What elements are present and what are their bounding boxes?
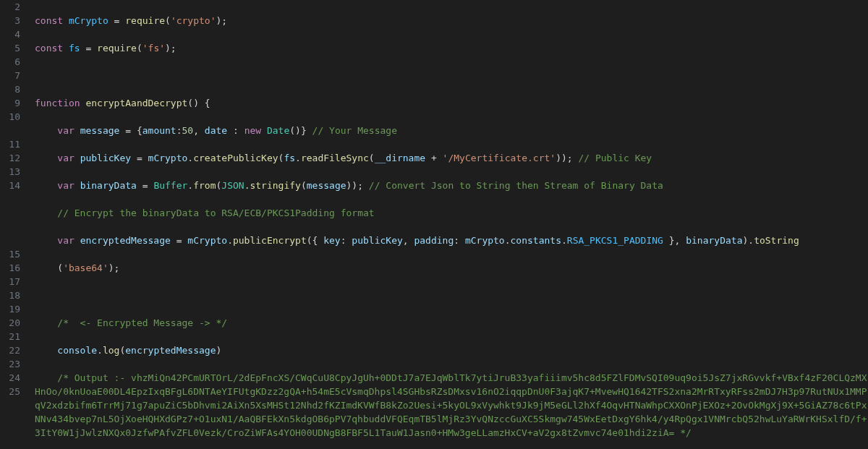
line-number: 9 [0,96,20,110]
line-number: 20 [0,316,20,330]
line-number: 24 [0,371,20,385]
line-number: 21 [0,330,20,343]
line-number-gutter: 2345678910111213141516171819202122232425 [0,0,27,449]
code-line: /* Output :- vhzMiQn42PCmURTOrL/2dEpFncX… [35,371,868,440]
line-number: 12 [0,151,20,165]
line-number: 17 [0,275,20,288]
code-line: var encryptedMessage = mCrypto.publicEnc… [35,234,868,247]
code-line [35,288,868,302]
line-number: 23 [0,357,20,371]
line-number: 22 [0,343,20,357]
line-number: 11 [0,137,20,151]
line-number [0,206,20,220]
line-number: 18 [0,288,20,302]
code-line: var binaryData = Buffer.from(JSON.string… [35,179,868,192]
line-number: 14 [0,179,20,192]
line-number: 19 [0,302,20,316]
code-line: // Encrypt the binaryData to RSA/ECB/PKC… [35,206,868,220]
code-line: function encryptAandDecrypt() { [35,96,868,110]
code-line: ('base64'); [35,261,868,275]
line-number [0,124,20,137]
code-line: const fs = require('fs'); [35,41,868,55]
code-area[interactable]: const mCrypto = require('crypto'); const… [27,0,868,449]
line-number [0,192,20,206]
line-number [0,220,20,234]
line-number: 6 [0,55,20,69]
code-line: console.log(encryptedMessage) [35,343,868,357]
line-number: 8 [0,82,20,96]
line-number: 7 [0,69,20,82]
line-number: 25 [0,385,20,398]
line-number: 4 [0,27,20,41]
line-number: 5 [0,41,20,55]
code-line [35,69,868,82]
code-line: var message = {amount:50, date : new Dat… [35,124,868,137]
line-number: 16 [0,261,20,275]
line-number: 10 [0,110,20,124]
code-line: const mCrypto = require('crypto'); [35,14,868,27]
line-number: 3 [0,14,20,27]
code-line: /* <- Encrypted Message -> */ [35,316,868,330]
line-number: 15 [0,247,20,261]
line-number [0,234,20,247]
line-number: 13 [0,165,20,179]
code-line: var publicKey = mCrypto.createPublicKey(… [35,151,868,165]
code-editor[interactable]: 2345678910111213141516171819202122232425… [0,0,868,449]
line-number: 2 [0,0,20,14]
